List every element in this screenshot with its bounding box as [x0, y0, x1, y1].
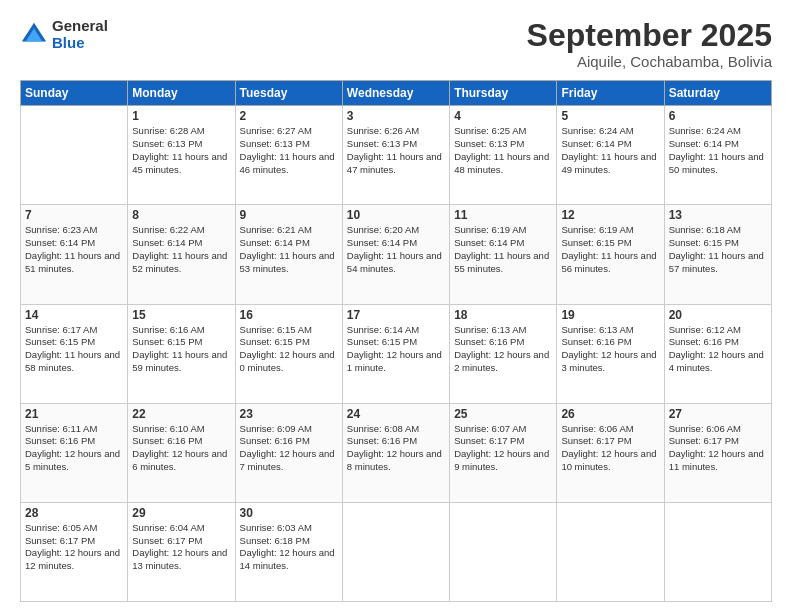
day-number: 15: [132, 308, 230, 322]
week-row-3: 21Sunrise: 6:11 AMSunset: 6:16 PMDayligh…: [21, 403, 772, 502]
header: General Blue September 2025 Aiquile, Coc…: [20, 18, 772, 70]
day-number: 26: [561, 407, 659, 421]
logo-text: General Blue: [52, 18, 108, 51]
day-number: 6: [669, 109, 767, 123]
table-row: 26Sunrise: 6:06 AMSunset: 6:17 PMDayligh…: [557, 403, 664, 502]
day-info: Sunrise: 6:20 AMSunset: 6:14 PMDaylight:…: [347, 224, 442, 273]
table-row: 30Sunrise: 6:03 AMSunset: 6:18 PMDayligh…: [235, 502, 342, 601]
title-block: September 2025 Aiquile, Cochabamba, Boli…: [527, 18, 772, 70]
table-row: 2Sunrise: 6:27 AMSunset: 6:13 PMDaylight…: [235, 106, 342, 205]
day-info: Sunrise: 6:23 AMSunset: 6:14 PMDaylight:…: [25, 224, 120, 273]
day-info: Sunrise: 6:09 AMSunset: 6:16 PMDaylight:…: [240, 423, 335, 472]
day-info: Sunrise: 6:08 AMSunset: 6:16 PMDaylight:…: [347, 423, 442, 472]
logo-blue-text: Blue: [52, 35, 108, 52]
day-info: Sunrise: 6:03 AMSunset: 6:18 PMDaylight:…: [240, 522, 335, 571]
table-row: 4Sunrise: 6:25 AMSunset: 6:13 PMDaylight…: [450, 106, 557, 205]
day-number: 18: [454, 308, 552, 322]
day-number: 21: [25, 407, 123, 421]
logo-icon: [20, 21, 48, 49]
day-info: Sunrise: 6:24 AMSunset: 6:14 PMDaylight:…: [561, 125, 656, 174]
table-row: [450, 502, 557, 601]
day-number: 14: [25, 308, 123, 322]
day-info: Sunrise: 6:15 AMSunset: 6:15 PMDaylight:…: [240, 324, 335, 373]
day-number: 3: [347, 109, 445, 123]
day-info: Sunrise: 6:06 AMSunset: 6:17 PMDaylight:…: [669, 423, 764, 472]
day-number: 29: [132, 506, 230, 520]
table-row: 13Sunrise: 6:18 AMSunset: 6:15 PMDayligh…: [664, 205, 771, 304]
table-row: 10Sunrise: 6:20 AMSunset: 6:14 PMDayligh…: [342, 205, 449, 304]
table-row: 25Sunrise: 6:07 AMSunset: 6:17 PMDayligh…: [450, 403, 557, 502]
subtitle: Aiquile, Cochabamba, Bolivia: [527, 53, 772, 70]
day-number: 23: [240, 407, 338, 421]
day-info: Sunrise: 6:24 AMSunset: 6:14 PMDaylight:…: [669, 125, 764, 174]
table-row: 1Sunrise: 6:28 AMSunset: 6:13 PMDaylight…: [128, 106, 235, 205]
table-row: 20Sunrise: 6:12 AMSunset: 6:16 PMDayligh…: [664, 304, 771, 403]
day-number: 13: [669, 208, 767, 222]
table-row: 8Sunrise: 6:22 AMSunset: 6:14 PMDaylight…: [128, 205, 235, 304]
table-row: 11Sunrise: 6:19 AMSunset: 6:14 PMDayligh…: [450, 205, 557, 304]
day-info: Sunrise: 6:05 AMSunset: 6:17 PMDaylight:…: [25, 522, 120, 571]
table-row: 17Sunrise: 6:14 AMSunset: 6:15 PMDayligh…: [342, 304, 449, 403]
day-number: 28: [25, 506, 123, 520]
col-saturday: Saturday: [664, 81, 771, 106]
table-row: [342, 502, 449, 601]
logo-general-text: General: [52, 18, 108, 35]
table-row: [664, 502, 771, 601]
table-row: 19Sunrise: 6:13 AMSunset: 6:16 PMDayligh…: [557, 304, 664, 403]
day-info: Sunrise: 6:18 AMSunset: 6:15 PMDaylight:…: [669, 224, 764, 273]
day-number: 19: [561, 308, 659, 322]
table-row: 27Sunrise: 6:06 AMSunset: 6:17 PMDayligh…: [664, 403, 771, 502]
day-number: 12: [561, 208, 659, 222]
day-info: Sunrise: 6:26 AMSunset: 6:13 PMDaylight:…: [347, 125, 442, 174]
day-info: Sunrise: 6:28 AMSunset: 6:13 PMDaylight:…: [132, 125, 227, 174]
logo: General Blue: [20, 18, 108, 51]
col-tuesday: Tuesday: [235, 81, 342, 106]
week-row-1: 7Sunrise: 6:23 AMSunset: 6:14 PMDaylight…: [21, 205, 772, 304]
day-info: Sunrise: 6:04 AMSunset: 6:17 PMDaylight:…: [132, 522, 227, 571]
day-number: 20: [669, 308, 767, 322]
day-info: Sunrise: 6:17 AMSunset: 6:15 PMDaylight:…: [25, 324, 120, 373]
calendar-table: Sunday Monday Tuesday Wednesday Thursday…: [20, 80, 772, 602]
table-row: [21, 106, 128, 205]
day-info: Sunrise: 6:06 AMSunset: 6:17 PMDaylight:…: [561, 423, 656, 472]
day-info: Sunrise: 6:10 AMSunset: 6:16 PMDaylight:…: [132, 423, 227, 472]
col-thursday: Thursday: [450, 81, 557, 106]
table-row: 22Sunrise: 6:10 AMSunset: 6:16 PMDayligh…: [128, 403, 235, 502]
day-number: 8: [132, 208, 230, 222]
day-info: Sunrise: 6:13 AMSunset: 6:16 PMDaylight:…: [454, 324, 549, 373]
page: General Blue September 2025 Aiquile, Coc…: [0, 0, 792, 612]
table-row: 5Sunrise: 6:24 AMSunset: 6:14 PMDaylight…: [557, 106, 664, 205]
col-wednesday: Wednesday: [342, 81, 449, 106]
day-number: 10: [347, 208, 445, 222]
table-row: 28Sunrise: 6:05 AMSunset: 6:17 PMDayligh…: [21, 502, 128, 601]
header-row: Sunday Monday Tuesday Wednesday Thursday…: [21, 81, 772, 106]
main-title: September 2025: [527, 18, 772, 53]
table-row: 6Sunrise: 6:24 AMSunset: 6:14 PMDaylight…: [664, 106, 771, 205]
table-row: [557, 502, 664, 601]
day-number: 9: [240, 208, 338, 222]
week-row-4: 28Sunrise: 6:05 AMSunset: 6:17 PMDayligh…: [21, 502, 772, 601]
day-number: 17: [347, 308, 445, 322]
day-info: Sunrise: 6:07 AMSunset: 6:17 PMDaylight:…: [454, 423, 549, 472]
day-number: 1: [132, 109, 230, 123]
day-info: Sunrise: 6:16 AMSunset: 6:15 PMDaylight:…: [132, 324, 227, 373]
day-number: 30: [240, 506, 338, 520]
table-row: 18Sunrise: 6:13 AMSunset: 6:16 PMDayligh…: [450, 304, 557, 403]
day-number: 22: [132, 407, 230, 421]
day-info: Sunrise: 6:22 AMSunset: 6:14 PMDaylight:…: [132, 224, 227, 273]
day-number: 27: [669, 407, 767, 421]
week-row-0: 1Sunrise: 6:28 AMSunset: 6:13 PMDaylight…: [21, 106, 772, 205]
table-row: 9Sunrise: 6:21 AMSunset: 6:14 PMDaylight…: [235, 205, 342, 304]
day-number: 5: [561, 109, 659, 123]
day-info: Sunrise: 6:19 AMSunset: 6:14 PMDaylight:…: [454, 224, 549, 273]
day-number: 11: [454, 208, 552, 222]
table-row: 12Sunrise: 6:19 AMSunset: 6:15 PMDayligh…: [557, 205, 664, 304]
day-info: Sunrise: 6:25 AMSunset: 6:13 PMDaylight:…: [454, 125, 549, 174]
day-info: Sunrise: 6:19 AMSunset: 6:15 PMDaylight:…: [561, 224, 656, 273]
day-number: 7: [25, 208, 123, 222]
table-row: 29Sunrise: 6:04 AMSunset: 6:17 PMDayligh…: [128, 502, 235, 601]
day-info: Sunrise: 6:11 AMSunset: 6:16 PMDaylight:…: [25, 423, 120, 472]
day-number: 2: [240, 109, 338, 123]
table-row: 21Sunrise: 6:11 AMSunset: 6:16 PMDayligh…: [21, 403, 128, 502]
col-monday: Monday: [128, 81, 235, 106]
